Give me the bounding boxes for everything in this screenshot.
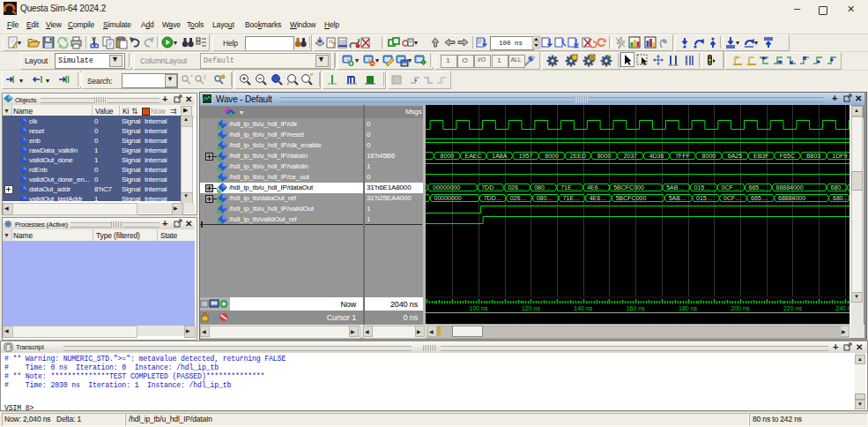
svg-text:5AB…: 5AB…: [669, 195, 686, 201]
svg-text:026…: 026…: [508, 184, 524, 191]
svg-text:220 ns: 220 ns: [783, 305, 803, 311]
svg-text:015…: 015…: [694, 184, 711, 191]
svg-text:5AB…: 5AB…: [666, 184, 684, 191]
svg-text:015…: 015…: [696, 195, 713, 201]
svg-text:120 ns: 120 ns: [522, 305, 541, 311]
svg-text:68884000: 68884000: [778, 195, 805, 201]
svg-text:180 ns: 180 ns: [679, 305, 698, 311]
svg-text:7FFF: 7FFF: [675, 153, 690, 159]
svg-text:0CF…: 0CF…: [722, 184, 739, 191]
svg-text:1957: 1957: [519, 153, 533, 159]
svg-text:8000: 8000: [441, 153, 455, 159]
svg-text:6A25: 6A25: [728, 153, 742, 159]
svg-text:080…: 080…: [534, 184, 551, 191]
svg-text:B803: B803: [806, 153, 820, 159]
svg-text:68884000: 68884000: [776, 184, 804, 191]
svg-text:2037: 2037: [623, 153, 637, 159]
svg-text:1A8A: 1A8A: [492, 153, 507, 159]
svg-text:7DD…: 7DD…: [481, 184, 500, 191]
svg-text:4D36: 4D36: [649, 153, 664, 159]
svg-text:5BCFC000: 5BCFC000: [613, 184, 644, 191]
svg-text:1DF9: 1DF9: [832, 153, 847, 159]
svg-text:4E6…: 4E6…: [587, 184, 604, 191]
svg-text:8000: 8000: [545, 153, 559, 159]
svg-text:160 ns: 160 ns: [627, 305, 646, 311]
svg-text:680…: 680…: [831, 184, 848, 191]
svg-text:026…: 026…: [510, 195, 527, 201]
svg-text:4E6…: 4E6…: [590, 195, 606, 201]
svg-text:080…: 080…: [537, 195, 553, 201]
svg-text:EB3F: EB3F: [753, 153, 769, 159]
svg-text:EAEC: EAEC: [464, 153, 481, 159]
svg-text:F65C: F65C: [780, 153, 795, 159]
svg-text:5BCFC000: 5BCFC000: [616, 195, 647, 201]
svg-text:00000000: 00000000: [434, 195, 462, 201]
svg-text:7DD…: 7DD…: [484, 195, 502, 201]
svg-text:200 ns: 200 ns: [731, 305, 750, 311]
svg-text:?: ?: [331, 41, 337, 49]
svg-text:71E…: 71E…: [560, 184, 577, 191]
svg-text:665…: 665…: [749, 184, 766, 191]
svg-text:71E…: 71E…: [563, 195, 580, 201]
svg-text:665…: 665…: [751, 195, 768, 201]
svg-text:100 ns: 100 ns: [469, 305, 488, 311]
svg-text:8000: 8000: [702, 153, 716, 159]
svg-text:240 ns: 240 ns: [835, 305, 849, 311]
svg-text:0CF…: 0CF…: [723, 195, 741, 201]
svg-text:8000: 8000: [597, 153, 612, 159]
svg-text:680…: 680…: [833, 195, 849, 201]
svg-text:2EED: 2EED: [570, 153, 586, 159]
svg-text:140 ns: 140 ns: [574, 305, 593, 311]
svg-text:00000000: 00000000: [433, 184, 460, 191]
